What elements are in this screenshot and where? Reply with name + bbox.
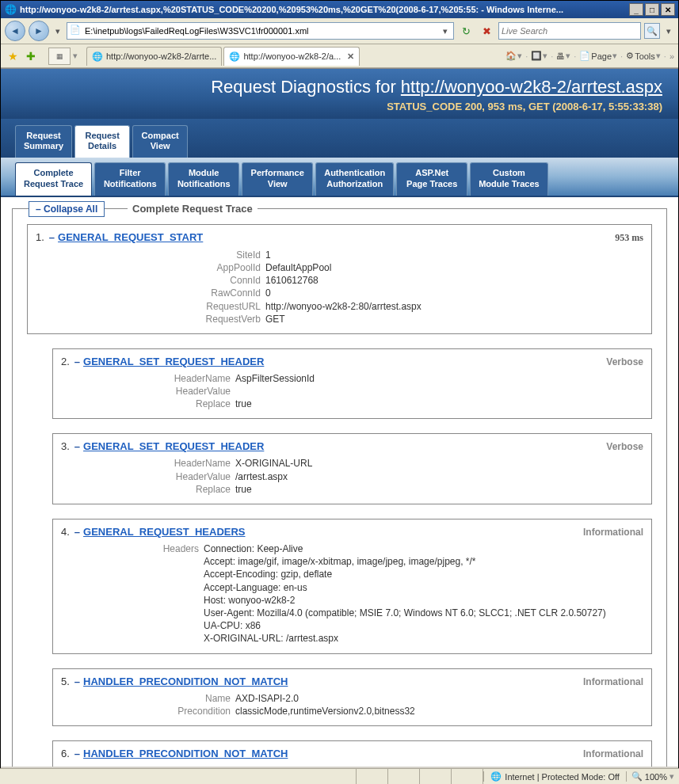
close-button[interactable]: ✕	[661, 3, 675, 16]
search-provider-dropdown[interactable]: ▾	[663, 26, 674, 36]
event-toggle[interactable]: –	[74, 676, 80, 687]
event-name-link[interactable]: GENERAL_REQUEST_START	[58, 231, 203, 243]
subtab-aspnet-traces[interactable]: ASP.Net Page Traces	[396, 162, 467, 195]
browser-tab-2[interactable]: 🌐 http://wonyoo-w2k8-2/a... ✕	[223, 47, 360, 66]
subtab-complete-trace[interactable]: Complete Request Trace	[15, 162, 92, 195]
collapse-all-label: Collapse All	[44, 204, 97, 215]
kv-val: 1610612768	[265, 274, 319, 287]
kv-key: HeaderName	[156, 457, 235, 470]
event-level: Verbose	[606, 441, 643, 452]
trace-heading: Complete Request Trace	[128, 203, 257, 215]
zoom-icon: 🔍	[631, 771, 643, 782]
collapse-all-button[interactable]: – Collapse All	[29, 201, 105, 217]
address-bar[interactable]: 📄 ▾	[67, 22, 454, 40]
kv-key: Precondition	[156, 705, 235, 717]
kv-val: 1	[265, 249, 271, 261]
security-zone[interactable]: 🌐 Internet | Protected Mode: Off	[483, 771, 627, 782]
main-tab-row: Request Summary Request Details Compact …	[1, 119, 678, 158]
event-name-link[interactable]: HANDLER_PRECONDITION_NOT_MATCH	[83, 676, 288, 687]
search-box[interactable]	[498, 22, 641, 40]
window-title: http://wonyoo-w2k8-2/arrtest.aspx,%20STA…	[20, 5, 629, 14]
zoom-control[interactable]: 🔍 100% ▾	[627, 771, 679, 782]
kv-key: Replace	[156, 483, 235, 496]
tab-request-summary[interactable]: Request Summary	[15, 125, 72, 158]
tab-compact-view[interactable]: Compact View	[132, 125, 188, 158]
trace-event: 3. – GENERAL_SET_REQUEST_HEADER Verbose …	[52, 433, 652, 504]
event-toggle[interactable]: –	[74, 748, 80, 759]
kv-val: true	[235, 483, 252, 496]
forward-button[interactable]: ►	[29, 21, 49, 41]
event-toggle[interactable]: –	[74, 440, 80, 452]
favorites-icon[interactable]: ★	[5, 48, 21, 64]
kv-val: true	[235, 398, 252, 410]
zoom-dropdown[interactable]: ▾	[669, 771, 674, 782]
nav-toolbar: ◄ ► ▾ 📄 ▾ ↻ ✖ 🔍 ▾	[1, 18, 678, 44]
subtab-filter-notifications[interactable]: Filter Notifications	[94, 162, 166, 195]
kv-key: ConnId	[194, 274, 265, 287]
event-toggle[interactable]: –	[49, 231, 55, 243]
address-dropdown[interactable]: ▾	[440, 26, 451, 36]
quick-tabs-dropdown[interactable]: ▾	[73, 51, 78, 61]
kv-val: http://wonyoo-w2k8-2:80/arrtest.aspx	[265, 300, 422, 313]
kv-val: AspFilterSessionId	[235, 372, 315, 385]
tab-close-icon[interactable]: ✕	[347, 51, 354, 62]
trace-event: 5. – HANDLER_PRECONDITION_NOT_MATCH Info…	[52, 668, 652, 726]
kv-key: Replace	[156, 398, 235, 410]
trace-event: 4. – GENERAL_REQUEST_HEADERS Information…	[52, 519, 652, 654]
event-level: Informational	[583, 748, 643, 759]
internet-zone-icon: 🌐	[490, 771, 502, 782]
kv-val: 0	[265, 287, 271, 299]
maximize-button[interactable]: □	[645, 3, 659, 16]
subtab-custom-traces[interactable]: Custom Module Traces	[470, 162, 547, 195]
trace-event: 1. – GENERAL_REQUEST_START 953 ms SiteId…	[27, 224, 652, 334]
subtab-module-notifications[interactable]: Module Notifications	[168, 162, 239, 195]
page-menu[interactable]: 📄 Page ▾	[579, 51, 617, 61]
toolbar-overflow[interactable]: »	[669, 51, 674, 61]
event-name-link[interactable]: GENERAL_SET_REQUEST_HEADER	[83, 356, 264, 367]
kv-val: DefaultAppPool	[265, 261, 331, 274]
tab-request-details[interactable]: Request Details	[74, 125, 130, 158]
event-toggle[interactable]: –	[74, 356, 80, 367]
tools-menu-label: Tools	[635, 51, 655, 61]
back-button[interactable]: ◄	[5, 21, 25, 41]
home-button[interactable]: 🏠▾	[505, 51, 522, 61]
kv-key: RequestVerb	[194, 313, 265, 325]
subtab-auth[interactable]: Authentication Authorization	[315, 162, 394, 195]
tools-menu[interactable]: ⚙ Tools ▾	[626, 51, 661, 61]
minimize-button[interactable]: _	[629, 3, 643, 16]
diagnostics-url-link[interactable]: http://wonyoo-w2k8-2/arrtest.aspx	[401, 77, 662, 97]
search-input[interactable]	[502, 26, 638, 36]
event-name-link[interactable]: GENERAL_REQUEST_HEADERS	[83, 526, 245, 538]
event-name-link[interactable]: HANDLER_PRECONDITION_NOT_MATCH	[83, 748, 288, 759]
trace-panel: – Collapse All Complete Request Trace 1.…	[12, 208, 667, 767]
browser-tab-1[interactable]: 🌐 http://wonyoo-w2k8-2/arrte...	[86, 47, 222, 66]
print-button[interactable]: 🖶▾	[556, 51, 570, 61]
address-input[interactable]	[85, 26, 440, 36]
event-toggle[interactable]: –	[74, 526, 80, 538]
add-favorites-icon[interactable]: ✚	[23, 48, 39, 64]
ie-icon: 🌐	[4, 3, 17, 16]
page-icon: 📄	[70, 25, 82, 37]
tabs-toolbar: ★ ✚ ▦ ▾ 🌐 http://wonyoo-w2k8-2/arrte... …	[1, 44, 678, 68]
search-button[interactable]: 🔍	[644, 23, 660, 39]
subtab-performance-view[interactable]: Performance View	[242, 162, 313, 195]
ie-page-icon: 🌐	[229, 51, 240, 62]
trace-event: 2. – GENERAL_SET_REQUEST_HEADER Verbose …	[52, 348, 652, 420]
kv-val: /arrtest.aspx	[235, 470, 288, 483]
event-name-link[interactable]: GENERAL_SET_REQUEST_HEADER	[83, 440, 264, 452]
event-number: 2.	[61, 356, 70, 367]
event-number: 5.	[61, 676, 70, 687]
kv-key: RequestURL	[194, 300, 265, 313]
page-title: Request Diagnostics for http://wonyoo-w2…	[17, 77, 662, 97]
feeds-button[interactable]: 🔲▾	[531, 51, 547, 61]
stop-button[interactable]: ✖	[478, 22, 495, 40]
nav-history-dropdown[interactable]: ▾	[52, 26, 63, 36]
kv-val: classicMode,runtimeVersionv2.0,bitness32	[235, 705, 415, 717]
diagnostics-subtitle: STATUS_CODE 200, 953 ms, GET (2008-6-17,…	[17, 101, 662, 112]
event-level: Verbose	[606, 356, 643, 367]
refresh-button[interactable]: ↻	[457, 22, 475, 40]
event-number: 6.	[61, 748, 70, 759]
window-titlebar: 🌐 http://wonyoo-w2k8-2/arrtest.aspx,%20S…	[1, 1, 678, 18]
event-number: 4.	[61, 526, 70, 538]
quick-tabs-button[interactable]: ▦	[48, 48, 71, 65]
